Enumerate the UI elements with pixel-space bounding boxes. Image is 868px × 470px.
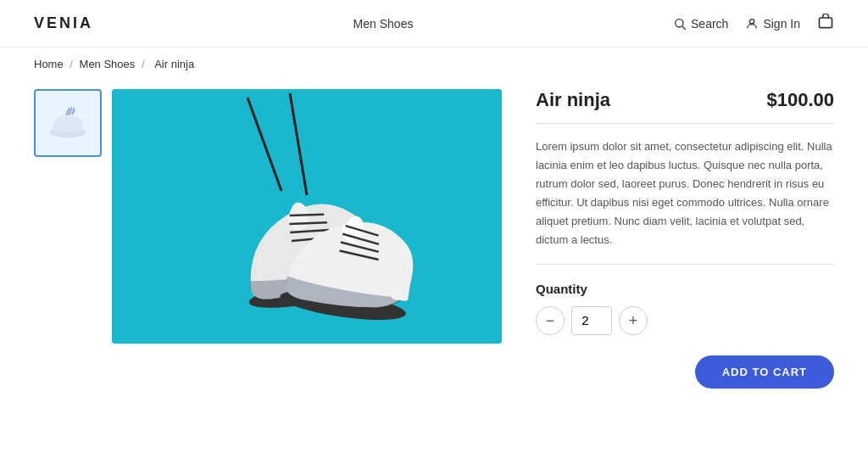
product-images: [34, 89, 502, 389]
product-details: Air ninja $100.00 Lorem ipsum dolor sit …: [536, 89, 834, 389]
quantity-control: − +: [536, 306, 834, 335]
product-description: Lorem ipsum dolor sit amet, consectetur …: [536, 137, 834, 250]
breadcrumb-home[interactable]: Home: [34, 58, 64, 70]
svg-line-1: [682, 26, 686, 30]
main-nav: Men Shoes: [353, 17, 414, 31]
quantity-input[interactable]: [571, 306, 612, 335]
breadcrumb-sep1: /: [70, 58, 75, 70]
logo: VENIA: [34, 14, 93, 32]
signin-button[interactable]: Sign In: [745, 17, 800, 31]
breadcrumb-current: Air ninja: [154, 58, 194, 70]
product-price: $100.00: [766, 89, 834, 111]
cart-icon: [817, 14, 834, 31]
breadcrumb: Home / Men Shoes / Air ninja: [0, 48, 868, 81]
thumbnail-shoe-icon: [42, 98, 93, 148]
divider-1: [536, 123, 834, 124]
header: VENIA Men Shoes Search Sign In: [0, 0, 868, 48]
quantity-label: Quantity: [536, 282, 834, 296]
signin-label: Sign In: [763, 17, 800, 31]
product-header: Air ninja $100.00: [536, 89, 834, 111]
main-shoe-illustration: [112, 89, 502, 344]
svg-rect-3: [819, 18, 832, 28]
search-icon: [673, 17, 687, 31]
product-page: Air ninja $100.00 Lorem ipsum dolor sit …: [0, 81, 868, 422]
thumbnail-1[interactable]: [34, 89, 102, 157]
divider-2: [536, 264, 834, 265]
header-actions: Search Sign In: [673, 14, 834, 33]
svg-point-2: [750, 19, 754, 23]
svg-point-0: [676, 19, 683, 26]
add-to-cart-button[interactable]: ADD TO CART: [695, 355, 834, 389]
quantity-decrease-button[interactable]: −: [536, 306, 565, 335]
cart-button[interactable]: [817, 14, 834, 33]
thumbnail-list: [34, 89, 102, 389]
main-product-image: [112, 89, 502, 344]
nav-men-shoes[interactable]: Men Shoes: [353, 17, 414, 31]
search-label: Search: [691, 17, 728, 31]
quantity-increase-button[interactable]: +: [619, 306, 648, 335]
breadcrumb-category[interactable]: Men Shoes: [80, 58, 136, 70]
search-button[interactable]: Search: [673, 17, 728, 31]
product-name: Air ninja: [536, 89, 610, 111]
breadcrumb-sep2: /: [142, 58, 147, 70]
user-icon: [745, 17, 759, 31]
